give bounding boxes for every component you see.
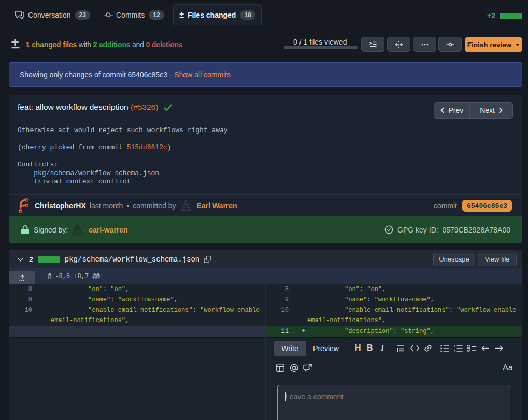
svg-text:1: 1	[454, 345, 456, 348]
svg-text:2: 2	[454, 350, 456, 353]
